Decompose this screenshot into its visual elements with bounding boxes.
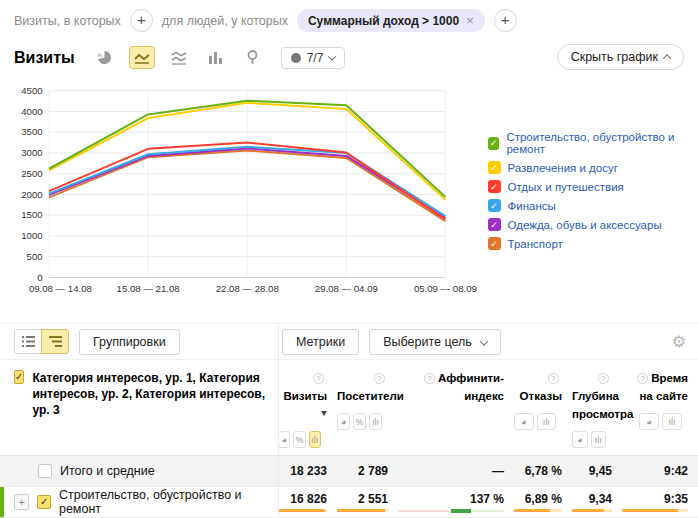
metric-cell-visitors: 2 789	[337, 464, 398, 478]
bar-toggle-icon[interactable]: ılı	[369, 413, 382, 430]
help-icon[interactable]: ?	[598, 373, 609, 384]
pie-chart-type-button[interactable]	[92, 46, 118, 69]
row-checkbox[interactable]	[38, 464, 52, 478]
sort-desc-icon[interactable]	[321, 411, 327, 416]
tree-view-button[interactable]	[41, 329, 69, 354]
bar-chart-type-button[interactable]	[203, 46, 229, 69]
legend-label[interactable]: Развлечения и досуг	[508, 162, 618, 174]
column-label[interactable]: Аффинити-индекс	[438, 372, 504, 402]
map-chart-type-button[interactable]	[240, 46, 266, 69]
pie-toggle-icon[interactable]: ◕	[514, 413, 534, 430]
legend-label[interactable]: Строительство, обустройство и ремонт	[506, 131, 698, 155]
bar-toggle-icon[interactable]: ılı	[537, 413, 557, 430]
line-chart-icon	[134, 51, 150, 65]
chart-title: Визиты	[14, 49, 75, 67]
legend-item[interactable]: ✓Одежда, обувь и аксессуары	[488, 218, 698, 231]
metric-cell-visitors: 2 551	[337, 492, 398, 512]
help-icon[interactable]: ?	[313, 373, 324, 384]
pie-toggle-icon[interactable]: ◕	[278, 431, 290, 448]
column-header-visits: ?Визиты◕%ılı	[278, 368, 337, 455]
table-header-row: ✓ Категория интересов, ур. 1, Категория …	[0, 360, 698, 456]
column-label[interactable]: Посетители	[337, 390, 404, 402]
hide-chart-button[interactable]: Скрыть график	[557, 44, 684, 70]
bar-chart-icon	[208, 51, 223, 65]
list-view-icon	[22, 336, 35, 347]
legend-checkbox-icon[interactable]: ✓	[488, 161, 501, 174]
bar-toggle-icon[interactable]: ılı	[591, 431, 607, 448]
help-icon[interactable]: ?	[424, 373, 435, 384]
metric-display-toggles: ◕ılı	[572, 431, 612, 448]
legend-checkbox-icon[interactable]: ✓	[488, 180, 501, 193]
metric-cell-time: 9:35	[622, 492, 698, 512]
help-icon[interactable]: ?	[374, 373, 385, 384]
pie-chart-icon	[97, 50, 112, 65]
legend-item[interactable]: ✓Транспорт	[488, 237, 698, 250]
line-chart-type-button[interactable]	[129, 46, 155, 69]
metric-display-toggles: ◕ılı	[622, 413, 688, 430]
pie-toggle-icon[interactable]: ◕	[337, 413, 350, 430]
expand-row-button[interactable]: +	[14, 494, 29, 510]
legend-checkbox-icon[interactable]: ✓	[488, 137, 500, 150]
row-label[interactable]: Итого и средние	[60, 464, 155, 478]
column-label[interactable]: Отказы	[520, 390, 562, 402]
bar-toggle-icon[interactable]: ılı	[309, 431, 321, 448]
help-icon[interactable]: ?	[548, 373, 559, 384]
settings-gear-icon[interactable]: ⚙	[672, 332, 686, 351]
legend-checkbox-icon[interactable]: ✓	[488, 237, 501, 250]
add-visit-condition-button[interactable]: +	[130, 9, 153, 32]
metrics-button[interactable]: Метрики	[282, 329, 359, 355]
goal-select-button[interactable]: Выберите цель	[369, 329, 501, 355]
table-controls: Группировки Метрики Выберите цель ⚙	[0, 324, 698, 360]
legend-label[interactable]: Одежда, обувь и аксессуары	[508, 219, 662, 231]
percent-toggle-icon[interactable]: %	[353, 413, 366, 430]
metric-value: 9,45	[572, 464, 612, 478]
dimension-cell: Итого и средние	[0, 456, 278, 486]
hide-chart-label: Скрыть график	[571, 50, 658, 64]
metric-cell-visits: 18 233	[278, 464, 337, 478]
select-all-checkbox[interactable]: ✓	[14, 370, 24, 384]
stacked-area-type-button[interactable]	[166, 46, 192, 69]
legend-label[interactable]: Финансы	[508, 200, 556, 212]
legend-item[interactable]: ✓Финансы	[488, 199, 698, 212]
metric-value: 9:35	[622, 492, 688, 506]
bar-toggle-icon[interactable]: ılı	[662, 413, 682, 430]
metrics-controls: Метрики Выберите цель	[282, 329, 501, 355]
column-label[interactable]: Визиты	[283, 390, 327, 402]
legend-item[interactable]: ✓Строительство, обустройство и ремонт	[488, 131, 698, 155]
metric-value: 6,78 %	[514, 464, 562, 478]
legend-checkbox-icon[interactable]: ✓	[488, 199, 501, 212]
x-axis-tick-label: 09.08 — 14.08	[29, 283, 92, 294]
x-axis-tick-label: 29.08 — 04.09	[315, 283, 378, 294]
legend-checkbox-icon[interactable]: ✓	[488, 218, 501, 231]
metric-cell-depth: 9,34	[572, 492, 622, 512]
segment-chip[interactable]: Суммарный доход > 1000 ×	[297, 9, 485, 32]
y-axis-tick-label: 0	[37, 272, 42, 283]
table-body: Итого и средние18 2332 789—6,78 %9,459:4…	[0, 456, 698, 518]
dimension-header-cell: ✓ Категория интересов, ур. 1, Категория …	[0, 368, 278, 455]
legend-label[interactable]: Отдых и путешествия	[508, 181, 624, 193]
add-people-condition-button[interactable]: +	[494, 9, 517, 32]
chart-plot-area: 05001000150020002500300035004000450009.0…	[6, 73, 488, 319]
pie-toggle-icon[interactable]: ◕	[572, 431, 588, 448]
segments-count-value: 7/7	[307, 51, 324, 65]
help-icon[interactable]: ?	[637, 373, 648, 384]
y-axis-tick-label: 1000	[21, 230, 42, 241]
row-label[interactable]: Строительство, обустройство и ремонт	[59, 488, 278, 516]
groupings-button[interactable]: Группировки	[79, 329, 180, 355]
percent-toggle-icon[interactable]: %	[293, 431, 305, 448]
metric-display-toggles: ◕ılı	[514, 413, 562, 430]
row-checkbox[interactable]: ✓	[37, 495, 51, 509]
legend-item[interactable]: ✓Развлечения и досуг	[488, 161, 698, 174]
segments-count-dropdown[interactable]: 7/7	[281, 47, 346, 69]
legend-label[interactable]: Транспорт	[508, 238, 563, 250]
chevron-up-icon	[663, 54, 671, 62]
segment-chip-label: Суммарный доход > 1000	[308, 14, 459, 28]
pie-toggle-icon[interactable]: ◕	[639, 413, 659, 430]
list-view-button[interactable]	[14, 329, 42, 354]
y-axis-tick-label: 3000	[21, 147, 42, 158]
segment-chip-close-icon[interactable]: ×	[466, 13, 474, 28]
line-chart: 05001000150020002500300035004000450009.0…	[0, 71, 698, 319]
segments-icon	[291, 53, 301, 63]
legend-item[interactable]: ✓Отдых и путешествия	[488, 180, 698, 193]
metric-cell-depth: 9,45	[572, 464, 622, 478]
